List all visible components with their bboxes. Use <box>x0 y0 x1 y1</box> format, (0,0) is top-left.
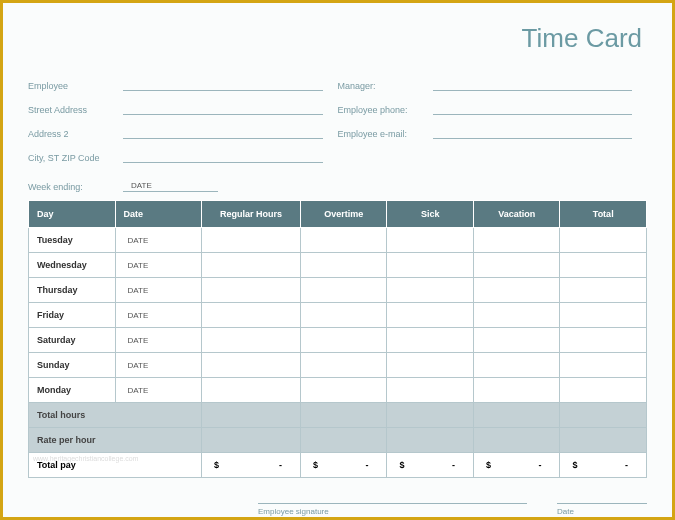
table-row: FridayDATE <box>29 303 647 328</box>
cell-day: Tuesday <box>29 228 116 253</box>
th-day: Day <box>29 201 116 228</box>
cell-overtime[interactable] <box>300 303 387 328</box>
label-week-ending: Week ending: <box>28 182 123 192</box>
cell-overtime[interactable] <box>300 353 387 378</box>
label-citystzip: City, ST ZIP Code <box>28 153 123 163</box>
cell-date[interactable]: DATE <box>115 328 202 353</box>
cell-vacation[interactable] <box>473 228 560 253</box>
th-sick: Sick <box>387 201 474 228</box>
cell-vacation[interactable] <box>473 353 560 378</box>
cell-regular[interactable] <box>202 378 301 403</box>
cell-day: Monday <box>29 378 116 403</box>
table-row: TuesdayDATE <box>29 228 647 253</box>
cell-vacation[interactable] <box>473 328 560 353</box>
rate-per-hour-row: Rate per hour <box>29 428 647 453</box>
info-row-3: Address 2 Employee e-mail: <box>28 127 647 139</box>
cell-overtime[interactable] <box>300 228 387 253</box>
cell-pay: $- <box>300 453 387 478</box>
cell-date[interactable]: DATE <box>115 378 202 403</box>
label-street: Street Address <box>28 105 123 115</box>
cell-sick[interactable] <box>387 303 474 328</box>
signature-section-1: Employee signature Date <box>28 503 647 516</box>
cell-pay: $- <box>387 453 474 478</box>
total-hours-row: Total hours <box>29 403 647 428</box>
cell-total <box>560 303 647 328</box>
cell-overtime[interactable] <box>300 328 387 353</box>
watermark: www.heritagechristiancollege.com <box>33 455 138 462</box>
cell-vacation[interactable] <box>473 278 560 303</box>
table-row: SundayDATE <box>29 353 647 378</box>
cell-date[interactable]: DATE <box>115 228 202 253</box>
cell-day: Wednesday <box>29 253 116 278</box>
info-row-2: Street Address Employee phone: <box>28 103 647 115</box>
cell-pay: $- <box>202 453 301 478</box>
cell-pay: $- <box>560 453 647 478</box>
cell-regular[interactable] <box>202 353 301 378</box>
cell-total <box>560 353 647 378</box>
cell-date[interactable]: DATE <box>115 278 202 303</box>
label-employee: Employee <box>28 81 123 91</box>
week-ending: Week ending: DATE <box>28 181 647 192</box>
header-row: Day Date Regular Hours Overtime Sick Vac… <box>29 201 647 228</box>
line-address2[interactable] <box>123 127 323 139</box>
cell-date[interactable]: DATE <box>115 253 202 278</box>
cell-overtime[interactable] <box>300 253 387 278</box>
label-address2: Address 2 <box>28 129 123 139</box>
table-body: TuesdayDATEWednesdayDATEThursdayDATEFrid… <box>29 228 647 478</box>
line-employee[interactable] <box>123 79 323 91</box>
time-card-page: Time Card Employee Manager: Street Addre… <box>3 3 672 517</box>
signature-date-line-1[interactable]: Date <box>557 503 647 516</box>
label-total-hours: Total hours <box>29 403 202 428</box>
th-vacation: Vacation <box>473 201 560 228</box>
cell-overtime[interactable] <box>300 378 387 403</box>
cell-regular[interactable] <box>202 303 301 328</box>
cell-total <box>560 228 647 253</box>
cell-date[interactable]: DATE <box>115 353 202 378</box>
cell-sick[interactable] <box>387 328 474 353</box>
table-row: WednesdayDATE <box>29 253 647 278</box>
label-manager: Manager: <box>338 81 433 91</box>
label-phone: Employee phone: <box>338 105 433 115</box>
cell-regular[interactable] <box>202 328 301 353</box>
table-row: MondayDATE <box>29 378 647 403</box>
cell-total <box>560 328 647 353</box>
cell-sick[interactable] <box>387 253 474 278</box>
cell-regular[interactable] <box>202 253 301 278</box>
cell-overtime[interactable] <box>300 278 387 303</box>
cell-total <box>560 278 647 303</box>
line-email[interactable] <box>433 127 633 139</box>
info-row-4: City, ST ZIP Code <box>28 151 647 163</box>
cell-date[interactable]: DATE <box>115 303 202 328</box>
cell-total <box>560 378 647 403</box>
th-overtime: Overtime <box>300 201 387 228</box>
time-table: Day Date Regular Hours Overtime Sick Vac… <box>28 200 647 478</box>
cell-vacation[interactable] <box>473 303 560 328</box>
cell-total <box>560 253 647 278</box>
info-row-1: Employee Manager: <box>28 79 647 91</box>
cell-day: Friday <box>29 303 116 328</box>
table-row: SaturdayDATE <box>29 328 647 353</box>
cell-sick[interactable] <box>387 353 474 378</box>
line-street[interactable] <box>123 103 323 115</box>
cell-vacation[interactable] <box>473 253 560 278</box>
cell-sick[interactable] <box>387 228 474 253</box>
line-manager[interactable] <box>433 79 633 91</box>
cell-regular[interactable] <box>202 278 301 303</box>
page-title: Time Card <box>28 23 642 54</box>
cell-sick[interactable] <box>387 378 474 403</box>
cell-day: Saturday <box>29 328 116 353</box>
th-date: Date <box>115 201 202 228</box>
employee-signature-line[interactable]: Employee signature <box>258 503 527 516</box>
cell-day: Sunday <box>29 353 116 378</box>
cell-day: Thursday <box>29 278 116 303</box>
line-phone[interactable] <box>433 103 633 115</box>
cell-vacation[interactable] <box>473 378 560 403</box>
cell-regular[interactable] <box>202 228 301 253</box>
th-regular: Regular Hours <box>202 201 301 228</box>
line-citystzip[interactable] <box>123 151 323 163</box>
label-email: Employee e-mail: <box>338 129 433 139</box>
cell-sick[interactable] <box>387 278 474 303</box>
week-ending-value[interactable]: DATE <box>123 181 218 192</box>
label-rate: Rate per hour <box>29 428 202 453</box>
cell-pay: $- <box>473 453 560 478</box>
